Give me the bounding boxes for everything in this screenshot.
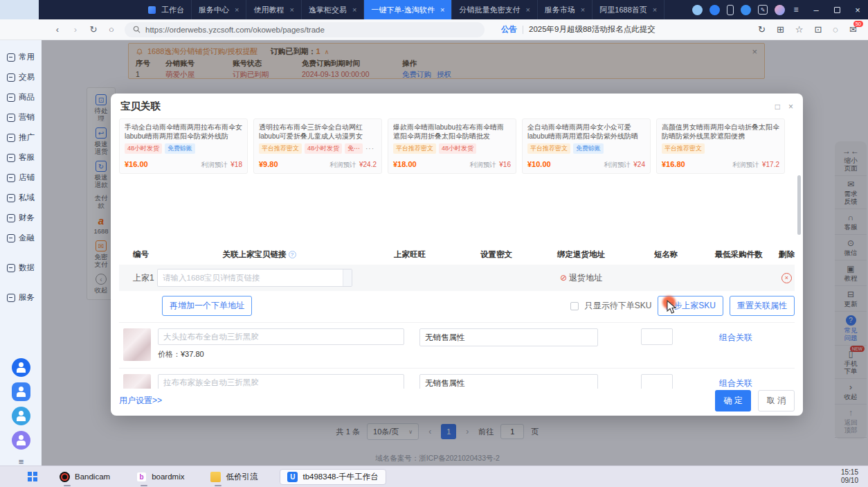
browser-tab[interactable]: 服务中心 × [192, 0, 246, 19]
browser-tab[interactable]: 阿里1688首页 × [593, 0, 664, 19]
sku-attribute-input[interactable] [419, 374, 598, 389]
sidebar-item[interactable]: 商品 [0, 87, 42, 107]
notes-icon[interactable]: ✎ [758, 5, 768, 15]
tab-close-icon[interactable]: × [581, 6, 585, 14]
browser-tab[interactable]: 使用教程 × [246, 0, 301, 19]
sidebar-menu-icon[interactable]: ≡ [19, 457, 24, 467]
filter-sku-label[interactable]: 只显示待下单SKU [585, 300, 652, 312]
product-price: ¥16.00 [125, 160, 148, 168]
confirm-button[interactable]: 确 定 [715, 390, 750, 411]
browser-tab[interactable]: 一键下单-逸淘软件 × [364, 0, 452, 19]
tab-close-icon[interactable]: × [352, 6, 356, 14]
more-tags-ellipsis[interactable]: ··· [365, 145, 374, 152]
product-card[interactable]: 高颜值男女晴雨两用伞自动折叠太阳伞防晒防紫外线黑胶遮阳便携 平台推荐密文 ¥16… [656, 118, 785, 174]
product-card[interactable]: 透明拉布布雨伞三折伞全自动网红labubu可爱折叠儿童成人动漫男女 平台推荐密文… [253, 118, 382, 174]
minimize-button[interactable]: – [806, 0, 826, 19]
sidebar-item[interactable]: 客服 [0, 148, 42, 168]
user-settings-link[interactable]: 用户设置>> [119, 395, 162, 407]
modal-close-icon[interactable]: × [788, 102, 793, 112]
sidebar-item[interactable]: 营销 [0, 107, 42, 127]
refresh-icon[interactable]: ↻ [84, 24, 102, 35]
browser-tab[interactable]: 分销批量免密支付 × [452, 0, 537, 19]
windows-start-icon[interactable] [28, 472, 37, 481]
sku-quantity-input[interactable] [641, 374, 673, 389]
taskbar-app[interactable]: 低价引流 [206, 470, 262, 484]
browser-tab[interactable]: 逸掌柜交易 × [302, 0, 364, 19]
modal-scrollbar[interactable] [797, 175, 801, 235]
taskbar-app[interactable]: U tb498348-千牛工作台 [280, 469, 386, 485]
sku-quantity-input[interactable] [641, 328, 673, 345]
back-icon[interactable]: ‹ [48, 24, 66, 35]
product-card[interactable]: 手动全自动雨伞晴雨两用拉布布雨伞女labubu晴雨两用遮阳伞防紫外线防 48小时… [119, 118, 248, 174]
sidebar-item[interactable]: 金融 [0, 228, 42, 248]
browser-tab[interactable]: 服务市场 × [538, 0, 593, 19]
product-price: ¥10.00 [527, 160, 551, 168]
forward-icon[interactable]: › [66, 24, 84, 35]
reset-attributes-button[interactable]: 重置关联属性 [730, 296, 795, 316]
link-input-addon[interactable] [343, 269, 352, 286]
sidebar-item[interactable]: 店铺 [0, 168, 42, 188]
profit-estimate: 利润预计 ¥24 [604, 157, 645, 170]
tab-close-icon[interactable]: × [289, 6, 293, 14]
announcement[interactable]: 公告 2025年9月超级88活动报名点此提交 [501, 24, 655, 35]
sync-icon[interactable]: ↻ [758, 24, 766, 35]
address-bar[interactable]: https://orderwebs.yzcsoft.com/okoweb/pag… [125, 22, 485, 37]
supplier-link-input[interactable] [158, 269, 343, 286]
tab-close-icon[interactable]: × [525, 6, 530, 14]
sidebar-item[interactable]: 交易 [0, 67, 42, 87]
modal-title: 宝贝关联 [120, 100, 161, 113]
sku-name-input[interactable] [158, 374, 404, 389]
goods-icon [7, 94, 15, 102]
sidebar-item[interactable]: 常用 [0, 47, 42, 67]
product-card[interactable]: 全自动雨伞晴雨两用伞女小众可爱labubu晴雨两用遮阳伞防紫外线防晒 平台推荐密… [522, 118, 651, 174]
copy-icon[interactable]: ⊞ [777, 24, 784, 35]
page-icon[interactable]: ⊡ [814, 24, 822, 35]
sku-attribute-input[interactable] [419, 328, 598, 346]
sidebar-item[interactable]: 服务 [0, 287, 42, 308]
marketing-icon [7, 114, 15, 122]
taskbar-clock[interactable]: 15:15 09/10 [841, 468, 858, 485]
paw-extension-icon[interactable] [692, 5, 703, 15]
close-button[interactable]: × [847, 0, 868, 19]
tab-close-icon[interactable]: × [235, 6, 239, 14]
sidebar-item[interactable]: 数据 [0, 258, 42, 278]
filter-sku-checkbox[interactable] [570, 302, 579, 310]
tab-close-icon[interactable]: × [440, 6, 444, 14]
taskbar-app[interactable]: b boardmix [132, 470, 188, 484]
modal-maximize-icon[interactable]: □ [775, 102, 780, 112]
favorite-star-icon[interactable]: ☆ [795, 24, 804, 35]
combo-association-link[interactable]: 组合关联 [719, 374, 752, 389]
assistant-icon[interactable] [741, 5, 751, 15]
shop-app-dock-icon[interactable] [12, 382, 30, 401]
delete-row-icon[interactable]: × [781, 273, 792, 283]
mouse-cursor [667, 300, 677, 315]
sidebar-item[interactable]: 推广 [0, 127, 42, 148]
product-card[interactable]: 爆款雨伞晴雨labubu拉布布雨伞晴雨遮阳伞两用折叠太阳伞防晒批发 平台推荐密文… [388, 118, 516, 174]
add-address-button[interactable]: 再增加一个下单地址 [162, 296, 252, 316]
cancel-button[interactable]: 取 消 [758, 390, 795, 411]
return-address-cell[interactable]: ⊘ 退货地址 [534, 272, 628, 284]
browser-tab[interactable]: 工作台 × [141, 0, 192, 19]
plugin-icon[interactable] [709, 5, 720, 15]
sidebar-item[interactable]: 私域 [0, 188, 42, 208]
contact-dock-icon[interactable] [12, 431, 30, 450]
telegram-dock-icon[interactable] [12, 407, 30, 425]
qianniu-dock-icon[interactable] [12, 358, 30, 377]
sidebar-item-label: 金融 [19, 233, 35, 243]
data-icon [7, 264, 15, 272]
sku-rows: 价格：¥37.80 组合关联 [119, 322, 795, 389]
phone-icon[interactable] [727, 5, 734, 15]
clock-icon[interactable]: ◌ [833, 24, 838, 35]
maximize-button[interactable] [826, 0, 847, 19]
message-icon[interactable]: ✉50 [849, 24, 857, 35]
help-icon[interactable]: ? [289, 251, 296, 258]
sidebar-item[interactable]: 财务 [0, 208, 42, 228]
profile-avatar[interactable] [775, 5, 785, 15]
product-association-modal: 宝贝关联 □ × 手动全自动雨伞晴雨两用拉布布雨伞女labubu晴雨两用遮阳伞防… [111, 94, 803, 416]
combo-association-link[interactable]: 组合关联 [719, 328, 752, 368]
taskbar-app[interactable]: Bandicam [55, 470, 114, 484]
tab-close-icon[interactable]: × [653, 6, 657, 14]
browser-menu-icon[interactable]: ≡ [792, 5, 800, 15]
sku-name-input[interactable] [158, 328, 404, 345]
history-icon[interactable]: ○ [102, 24, 120, 35]
